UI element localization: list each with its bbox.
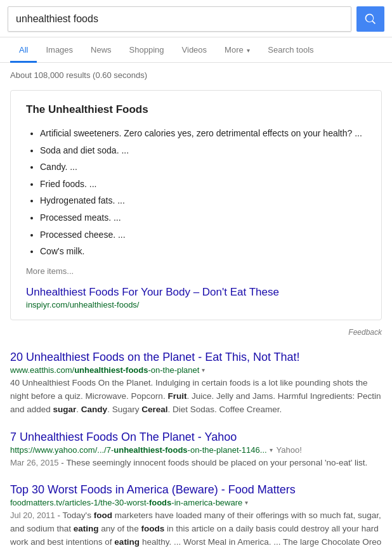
tab-more[interactable]: More ▾ bbox=[216, 37, 259, 63]
table-row: 7 Unhealthiest Foods On The Planet - Yah… bbox=[10, 431, 382, 470]
snippet-list: Artificial sweeteners. Zero calories yes… bbox=[26, 125, 366, 260]
results-container: 20 Unhealthiest Foods on the Planet - Ea… bbox=[0, 351, 392, 553]
list-item: Processed meats. ... bbox=[40, 209, 366, 226]
tab-shopping[interactable]: Shopping bbox=[121, 37, 173, 63]
search-button[interactable] bbox=[356, 6, 384, 32]
result-title[interactable]: Top 30 Worst Foods in America (Beware) -… bbox=[10, 483, 382, 497]
feedback-label[interactable]: Feedback bbox=[0, 325, 392, 337]
list-item: Artificial sweeteners. Zero calories yes… bbox=[40, 125, 366, 142]
tab-images[interactable]: Images bbox=[37, 37, 82, 63]
search-bar: unhealthiest foods bbox=[0, 0, 392, 37]
result-url-row: www.eatthis.com/unhealthiest-foods-on-th… bbox=[10, 365, 382, 375]
result-url-dropdown[interactable]: ▾ bbox=[202, 367, 205, 374]
tab-videos[interactable]: Videos bbox=[173, 37, 216, 63]
result-snippet: Mar 26, 2015 - These seemingly innocent … bbox=[10, 457, 382, 470]
list-item: Cow's milk. bbox=[40, 243, 366, 260]
tab-search-tools[interactable]: Search tools bbox=[259, 37, 322, 63]
result-url-dropdown[interactable]: ▾ bbox=[245, 499, 248, 506]
result-source-label: Yahoo! bbox=[277, 445, 302, 455]
result-url: www.eatthis.com/unhealthiest-foods-on-th… bbox=[10, 365, 199, 375]
search-input[interactable]: unhealthiest foods bbox=[16, 13, 343, 25]
results-count: About 108,000 results (0.60 seconds) bbox=[0, 63, 392, 85]
result-url-row: foodmatters.tv/articles-1/the-30-worst-f… bbox=[10, 498, 382, 507]
tab-all[interactable]: All bbox=[10, 37, 37, 63]
result-snippet: 40 Unhealthiest Foods On the Planet. Ind… bbox=[10, 377, 382, 417]
tab-news[interactable]: News bbox=[82, 37, 121, 63]
result-url: https://www.yahoo.com/.../7-unhealthiest… bbox=[10, 445, 267, 455]
result-date: Jul 20, 2011 bbox=[10, 511, 55, 520]
more-dropdown-arrow: ▾ bbox=[247, 47, 250, 54]
search-icon bbox=[364, 13, 377, 25]
table-row: 20 Unhealthiest Foods on the Planet - Ea… bbox=[10, 351, 382, 417]
result-snippet: Jul 20, 2011 - Today's food marketers ha… bbox=[10, 509, 382, 553]
search-input-container: unhealthiest foods bbox=[8, 6, 351, 32]
result-url-dropdown[interactable]: ▾ bbox=[270, 446, 273, 453]
list-item: Processed cheese. ... bbox=[40, 226, 366, 244]
featured-snippet: The Unhealthiest Foods Artificial sweete… bbox=[10, 90, 382, 320]
more-items-link[interactable]: More items... bbox=[26, 266, 366, 276]
result-url-row: https://www.yahoo.com/.../7-unhealthiest… bbox=[10, 445, 382, 455]
result-title[interactable]: 7 Unhealthiest Foods On The Planet - Yah… bbox=[10, 431, 382, 444]
result-title[interactable]: 20 Unhealthiest Foods on the Planet - Ea… bbox=[10, 351, 382, 364]
snippet-result-url: inspiyr.com/unhealthiest-foods/ bbox=[26, 300, 366, 309]
nav-tabs: All Images News Shopping Videos More ▾ S… bbox=[0, 37, 392, 63]
list-item: Candy. ... bbox=[40, 159, 366, 176]
result-date: Mar 26, 2015 bbox=[10, 458, 59, 467]
list-item: Fried foods. ... bbox=[40, 176, 366, 193]
snippet-result-title[interactable]: Unhealthiest Foods For Your Body – Don't… bbox=[26, 286, 366, 299]
result-url: foodmatters.tv/articles-1/the-30-worst-f… bbox=[10, 498, 242, 507]
list-item: Soda and diet soda. ... bbox=[40, 142, 366, 159]
snippet-title: The Unhealthiest Foods bbox=[26, 103, 366, 116]
table-row: Top 30 Worst Foods in America (Beware) -… bbox=[10, 483, 382, 553]
list-item: Hydrogenated fats. ... bbox=[40, 192, 366, 209]
